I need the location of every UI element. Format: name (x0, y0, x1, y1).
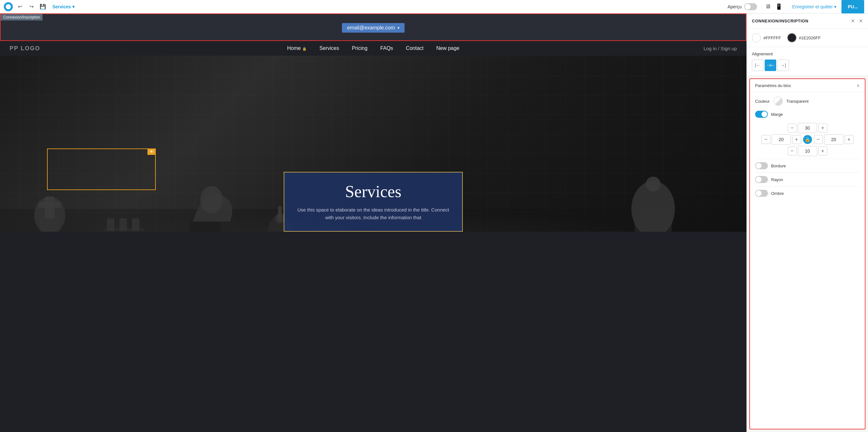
email-chevron-icon: ▾ (398, 26, 399, 30)
site-preview: Connexion/Inscription email@example.com … (0, 13, 746, 432)
nav-home[interactable]: Home 🔒 (287, 46, 307, 51)
margin-top-row: − + (788, 123, 827, 133)
enregistrer-button[interactable]: Enregistrer et quitter ▾ (789, 4, 839, 9)
svg-rect-13 (190, 222, 221, 232)
page-name[interactable]: Services ▾ (50, 3, 77, 10)
hero-section: 👁 Services Use this space to elaborate o… (0, 56, 746, 232)
margin-bottom-row: − + (788, 146, 827, 156)
svg-point-14 (200, 186, 223, 213)
bordure-toggle[interactable] (755, 162, 768, 169)
marge-toggle[interactable] (755, 111, 768, 118)
nav-faqs[interactable]: FAQs (380, 46, 393, 51)
undo-button[interactable]: ↩ (16, 2, 24, 11)
desktop-icon[interactable]: 🖥 (764, 2, 772, 11)
panel-close-icon[interactable]: ✕ (859, 18, 863, 24)
margin-bottom-plus[interactable]: + (818, 147, 827, 155)
connexion-block[interactable]: Connexion/Inscription email@example.com … (0, 13, 746, 41)
params-header[interactable]: Paramètres du bloc ∧ (750, 79, 865, 92)
topbar: ↩ ↪ 💾 Services ▾ Aperçu 🖥 📱 Enregistrer … (0, 0, 868, 13)
nav-services[interactable]: Services (319, 46, 339, 51)
redo-button[interactable]: ↪ (27, 2, 36, 11)
couleur-row: Couleur Transparent (755, 92, 860, 108)
margin-bottom-minus[interactable]: − (788, 147, 797, 155)
panel-header: CONNEXION/INSCRIPTION ✕ ✕ (747, 13, 868, 29)
align-left-button[interactable]: |← (752, 59, 764, 71)
nav-login[interactable]: Log in / Sign up (704, 46, 737, 51)
ombre-row: Ombre (755, 186, 860, 200)
margin-controls: − + − + 🔒 − (755, 120, 860, 159)
save-button[interactable]: 💾 (38, 2, 47, 11)
rayon-toggle-knob (756, 177, 762, 182)
margin-top-minus[interactable]: − (788, 123, 797, 133)
color-hex-dark: #1E2026FF (799, 35, 821, 40)
apercu-toggle[interactable] (744, 3, 757, 10)
margin-left-plus[interactable]: + (792, 135, 801, 144)
margin-middle-row: − + 🔒 − + (762, 135, 854, 145)
svg-rect-9 (107, 218, 115, 231)
alignement-section: Alignement |← ⊣⊢ →| (747, 47, 868, 76)
email-container: email@example.com ▾ (1, 17, 746, 38)
align-right-button[interactable]: →| (777, 59, 789, 71)
services-hero-desc: Use this space to elaborate on the ideas… (297, 206, 450, 222)
color-circle-dark (787, 33, 796, 42)
chevron-down-icon: ▾ (72, 4, 74, 9)
publish-button[interactable]: PU... (841, 0, 864, 13)
margin-bottom-group: − + (788, 146, 827, 156)
margin-bottom-input[interactable] (798, 146, 817, 156)
couleur-label: Couleur (755, 99, 770, 104)
color-hex-white: #FFFFFF (764, 35, 781, 40)
apercu-section: Aperçu (727, 3, 757, 10)
params-chevron-icon: ∧ (857, 83, 860, 88)
ombre-toggle-knob (756, 191, 762, 196)
lock-icon: 🔒 (302, 47, 307, 51)
bordure-toggle-knob (756, 163, 762, 169)
nav-pricing[interactable]: Pricing (352, 46, 368, 51)
margin-left-input[interactable] (772, 135, 791, 145)
couleur-swatch[interactable] (774, 97, 783, 106)
margin-top-input[interactable] (798, 123, 817, 133)
mobile-icon[interactable]: 📱 (774, 2, 783, 11)
color-swatch-white[interactable]: #FFFFFF (752, 33, 781, 42)
connexion-label: Connexion/Inscription (1, 14, 42, 21)
margin-right-minus[interactable]: − (814, 135, 823, 144)
align-center-button[interactable]: ⊣⊢ (765, 59, 776, 71)
device-icons: 🖥 📱 (764, 2, 783, 11)
marge-toggle-knob (762, 111, 767, 117)
align-buttons: |← ⊣⊢ →| (752, 59, 863, 71)
transparent-label: Transparent (786, 99, 809, 104)
ombre-toggle[interactable] (755, 190, 768, 197)
margin-top-plus[interactable]: + (818, 123, 827, 133)
app-logo[interactable] (4, 2, 13, 11)
marge-label: Marge (771, 112, 783, 117)
color-circle-white (752, 33, 761, 42)
email-input-fake[interactable]: email@example.com ▾ (342, 23, 405, 33)
ombre-label: Ombre (771, 191, 784, 196)
color-swatch-dark[interactable]: #1E2026FF (787, 33, 821, 42)
margin-lock-icon[interactable]: 🔒 (803, 135, 812, 144)
margin-right-plus[interactable]: + (845, 135, 854, 144)
panel-title: CONNEXION/INSCRIPTION (752, 19, 808, 23)
chevron-down-icon: ▾ (834, 4, 836, 9)
params-body: Couleur Transparent Marge − (750, 92, 865, 205)
rayon-toggle[interactable] (755, 176, 768, 183)
margin-left-minus[interactable]: − (762, 135, 771, 144)
nav-contact[interactable]: Contact (406, 46, 424, 51)
margin-right-input[interactable] (824, 135, 843, 145)
svg-rect-5 (39, 202, 61, 208)
alignement-label: Alignement (752, 52, 863, 56)
site-nav: PP LOGO Home 🔒 Services Pricing FAQs Con… (0, 41, 746, 56)
params-section: Paramètres du bloc ∧ Couleur Transparent… (749, 78, 865, 429)
services-content-box[interactable]: Services Use this space to elaborate on … (284, 172, 463, 232)
marge-row: Marge (755, 108, 860, 120)
margin-right-group: − + (814, 135, 854, 145)
bordure-label: Bordure (771, 164, 786, 168)
email-text: email@example.com (347, 25, 395, 31)
bordure-row: Bordure (755, 159, 860, 172)
panel-pin-icon[interactable]: ✕ (851, 18, 855, 24)
panel-close-icons: ✕ ✕ (851, 18, 863, 24)
nav-newpage[interactable]: New page (436, 46, 459, 51)
right-panel: CONNEXION/INSCRIPTION ✕ ✕ #FFFFFF #1E202… (746, 13, 868, 432)
color-swatches: #FFFFFF #1E2026FF (747, 29, 868, 47)
main-area: Connexion/Inscription email@example.com … (0, 13, 868, 432)
svg-rect-10 (119, 218, 127, 231)
